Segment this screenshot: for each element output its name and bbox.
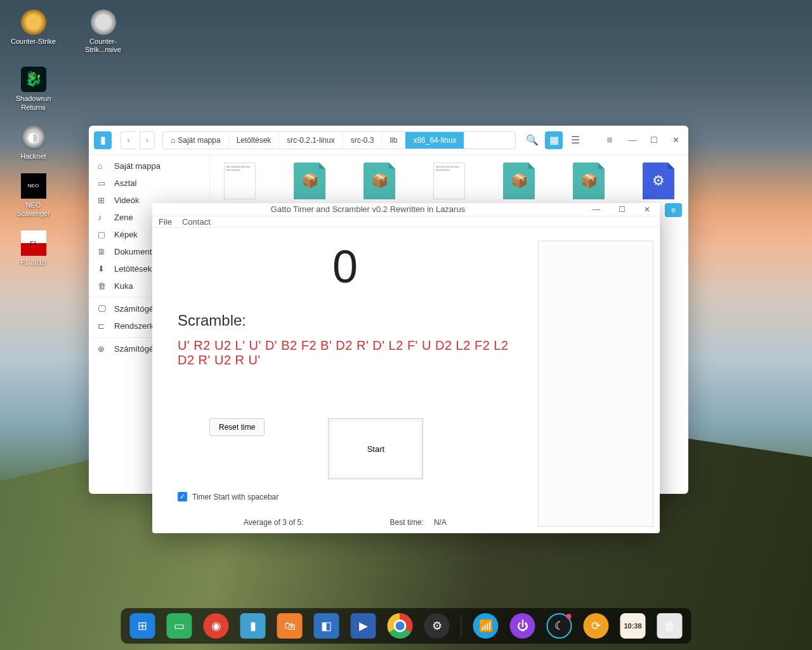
list-view-button[interactable]: ☰ — [566, 131, 584, 149]
dock-separator — [461, 614, 462, 637]
spacebar-checkbox-row[interactable]: ✓ Timer Start with spacebar — [178, 492, 513, 501]
checkbox-label: Timer Start with spacebar — [192, 493, 278, 501]
picture-icon: ▢ — [98, 230, 108, 239]
menu-button[interactable]: ≡ — [601, 131, 619, 149]
timer-titlebar[interactable]: Gatto Timer and Scrambler v0.2 Rewritten… — [152, 203, 660, 216]
executable-file-icon: ⚙ — [643, 162, 674, 199]
dock-launcher[interactable]: ⊞ — [130, 613, 155, 639]
hacknet-icon: ◐ — [21, 124, 46, 150]
desktop-icon-f1-2015[interactable]: F1 F1 2015 — [10, 230, 57, 267]
desktop-icon-neo-scavenger[interactable]: NEO NEO Scavenger — [10, 173, 57, 218]
dock-app-blue[interactable]: ◧ — [314, 613, 339, 639]
file-item[interactable]: 📦 — [287, 162, 332, 199]
package-file-icon: 📦 — [294, 162, 325, 199]
sidebar-item-home[interactable]: ⌂Saját mappa — [89, 157, 209, 175]
breadcrumb-home[interactable]: ⌂Saját mappa — [163, 132, 229, 149]
breadcrumb-item[interactable]: src-0.3 — [343, 132, 383, 149]
desktop-icon-counter-strike[interactable]: Counter-Strike — [10, 10, 57, 54]
video-icon: ⊞ — [98, 196, 108, 205]
dock-network-icon[interactable]: 📶 — [473, 613, 499, 639]
breadcrumb-item[interactable]: lib — [382, 132, 405, 149]
breadcrumb-item[interactable]: src-0.2.1-linux — [279, 132, 343, 149]
menu-bar: File Contact — [152, 216, 660, 228]
music-icon: ♪ — [98, 213, 108, 222]
file-item[interactable]: 📦 — [497, 162, 541, 199]
file-item[interactable]: ⚙ — [636, 162, 681, 199]
breadcrumb-item[interactable]: Letöltések — [229, 132, 280, 149]
dock-multitask[interactable]: ▭ — [167, 613, 192, 639]
desktop-icon: ▭ — [98, 178, 108, 188]
shadowrun-icon: 🐉 — [21, 67, 46, 92]
dock-updates-icon[interactable]: ⟳ — [584, 613, 609, 639]
timer-app-window: Gatto Timer and Scrambler v0.2 Rewritten… — [152, 203, 660, 533]
nav-back-button[interactable]: ‹ — [121, 131, 136, 149]
scramble-label: Scramble: — [178, 312, 513, 329]
download-icon: ⬇ — [98, 264, 108, 274]
nav-forward-button[interactable]: › — [140, 131, 155, 149]
neo-icon: NEO — [21, 173, 46, 199]
disk-icon: ⊏ — [98, 321, 108, 331]
f1-icon: F1 — [21, 230, 46, 256]
dock-file-manager[interactable]: ▮ — [240, 613, 266, 639]
dock-media-player[interactable]: ▶ — [351, 613, 376, 639]
maximize-button[interactable]: ☐ — [646, 133, 662, 148]
document-icon: 🗎 — [98, 247, 108, 256]
best-time-value: N/A — [434, 518, 447, 527]
file-item[interactable]: text text text text text text text text — [218, 162, 262, 199]
checkbox-checked-icon[interactable]: ✓ — [178, 492, 187, 501]
window-title: Gatto Timer and Scrambler v0.2 Rewritten… — [152, 204, 584, 214]
dock-clock[interactable]: 10:38 — [620, 613, 646, 639]
desktop-icon-label: Hacknet — [20, 152, 46, 161]
dock-power-icon[interactable]: ⏻ — [510, 613, 535, 639]
menu-file[interactable]: File — [159, 217, 172, 227]
dock-settings[interactable]: ⚙ — [424, 613, 450, 639]
dock-app-red[interactable]: ◉ — [204, 613, 229, 639]
maximize-button[interactable]: ☐ — [609, 203, 634, 216]
file-manager-titlebar: ▮ ‹ › ⌂Saját mappa Letöltések src-0.2.1-… — [89, 126, 688, 155]
desktop-icon-shadowrun[interactable]: 🐉 Shadowrun Returns — [10, 67, 57, 111]
dock-app-store[interactable]: 🛍 — [277, 613, 303, 639]
open-button[interactable]: e — [665, 203, 682, 217]
reset-time-button[interactable]: Reset time — [209, 418, 265, 436]
dock-notifications-icon[interactable]: ☾ — [547, 613, 572, 639]
computer-icon: 🖵 — [98, 304, 108, 314]
desktop-icon-hacknet[interactable]: ◐ Hacknet — [10, 124, 57, 161]
scramble-text: U' R2 U2 L' U' D' B2 F2 B' D2 R' D' L2 F… — [178, 338, 513, 368]
minimize-button[interactable]: — — [625, 133, 640, 148]
breadcrumb-current[interactable]: x86_64-linux — [405, 132, 464, 149]
file-item[interactable]: text text text text text text text text — [427, 162, 471, 199]
minimize-button[interactable]: — — [584, 203, 609, 216]
package-file-icon: 📦 — [363, 162, 395, 199]
text-file-icon: text text text text text text text text — [433, 162, 465, 199]
timer-display: 0 — [178, 241, 513, 293]
close-button[interactable]: ✕ — [634, 203, 660, 216]
trash-icon: 🗑 — [98, 281, 108, 291]
desktop-icon-label: NEO Scavenger — [10, 201, 57, 218]
best-time-label: Best time: — [390, 518, 424, 527]
dock: ⊞ ▭ ◉ ▮ 🛍 ◧ ▶ ⚙ 📶 ⏻ ☾ ⟳ 10:38 🗑 — [121, 608, 691, 644]
average-label: Average of 3 of 5: — [244, 518, 304, 527]
file-manager-app-icon: ▮ — [94, 131, 112, 149]
timer-stats: Average of 3 of 5: Best time:N/A — [178, 518, 513, 527]
file-item[interactable]: 📦 — [566, 162, 611, 199]
file-item[interactable]: 📦 — [357, 162, 402, 199]
search-button[interactable]: 🔍 — [523, 131, 541, 149]
package-file-icon: 📦 — [573, 162, 605, 199]
package-file-icon: 📦 — [503, 162, 535, 199]
start-button[interactable]: Start — [328, 418, 423, 479]
desktop-icon-csgo[interactable]: Counter-Strik...nsive — [79, 10, 127, 54]
timer-history-panel[interactable] — [538, 241, 653, 527]
cs-icon — [21, 10, 46, 35]
dock-trash-icon[interactable]: 🗑 — [657, 613, 683, 639]
sidebar-item-desktop[interactable]: ▭Asztal — [89, 175, 209, 192]
menu-contact[interactable]: Contact — [182, 217, 211, 227]
breadcrumb: ⌂Saját mappa Letöltések src-0.2.1-linux … — [162, 131, 516, 149]
desktop-icon-label: Counter-Strike — [11, 37, 56, 46]
grid-view-button[interactable]: ▦ — [545, 131, 563, 149]
dock-chrome[interactable] — [388, 613, 413, 639]
desktop-icon-label: Shadowrun Returns — [10, 95, 57, 111]
network-icon: ⊕ — [98, 344, 108, 354]
timer-main-panel: 0 Scramble: U' R2 U2 L' U' D' B2 F2 B' D… — [159, 241, 532, 527]
csgo-icon — [91, 10, 116, 35]
close-button[interactable]: ✕ — [668, 133, 683, 148]
